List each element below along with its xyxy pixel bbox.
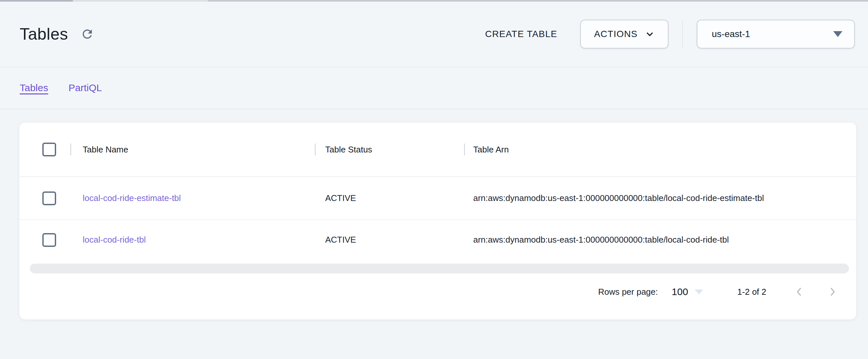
header-checkbox-cell [19, 142, 70, 156]
row-checkbox[interactable] [42, 233, 56, 247]
next-page-button[interactable] [825, 285, 840, 299]
column-header-table-name[interactable]: Table Name [70, 144, 315, 155]
pagination-range-label: 1-2 of 2 [737, 287, 766, 297]
chevron-right-icon [826, 286, 839, 298]
horizontal-scrollbar-area [19, 260, 856, 273]
chrome-strip-segment [73, 0, 208, 2]
table-arn-value: arn:aws:dynamodb:us-east-1:000000000000:… [473, 235, 729, 244]
create-table-button[interactable]: CREATE TABLE [476, 23, 566, 45]
select-all-checkbox[interactable] [42, 142, 56, 156]
main-content: Table Name Table Status Table Arn local-… [0, 109, 868, 320]
chevron-down-icon [645, 29, 655, 39]
rows-per-page-select[interactable]: 100 [672, 286, 688, 297]
rows-per-page-label: Rows per page: [598, 287, 658, 297]
page-title: Tables [20, 25, 68, 43]
refresh-button[interactable] [80, 27, 94, 41]
actions-button-label: ACTIONS [594, 29, 638, 39]
table-status-value: ACTIVE [325, 193, 356, 203]
tab-bar: Tables PartiQL [0, 67, 868, 109]
region-select[interactable]: us-east-1 [697, 20, 855, 48]
dropdown-arrow-icon [833, 31, 842, 37]
horizontal-scrollbar[interactable] [30, 264, 849, 273]
row-checkbox-cell [19, 233, 70, 247]
actions-button[interactable]: ACTIONS [580, 20, 669, 48]
row-checkbox-cell [19, 192, 70, 205]
table-row: local-cod-ride-tbl ACTIVE arn:aws:dynamo… [19, 220, 856, 260]
tables-card: Table Name Table Status Table Arn local-… [19, 122, 857, 320]
table-status-value: ACTIVE [325, 235, 356, 244]
refresh-icon [81, 27, 94, 41]
column-header-table-status[interactable]: Table Status [315, 144, 464, 155]
chrome-strip-segment [0, 0, 73, 2]
table-row: local-cod-ride-estimate-tbl ACTIVE arn:a… [19, 177, 856, 220]
browser-chrome-strip [0, 0, 868, 2]
app-header: Tables CREATE TABLE ACTIONS us-east-1 [0, 2, 868, 67]
region-select-value: us-east-1 [712, 29, 833, 39]
table-name-link[interactable]: local-cod-ride-estimate-tbl [83, 193, 181, 203]
tab-tables[interactable]: Tables [20, 82, 48, 93]
previous-page-button[interactable] [792, 285, 806, 299]
tab-partiql[interactable]: PartiQL [69, 82, 102, 93]
column-header-table-arn[interactable]: Table Arn [464, 144, 856, 155]
chrome-strip-segment [208, 0, 868, 2]
header-divider [682, 21, 683, 47]
table-arn-value: arn:aws:dynamodb:us-east-1:000000000000:… [473, 193, 764, 203]
table-header-row: Table Name Table Status Table Arn [19, 123, 856, 177]
row-checkbox[interactable] [42, 192, 56, 205]
rows-per-page-arrow-icon[interactable] [695, 290, 703, 294]
table-name-link[interactable]: local-cod-ride-tbl [83, 235, 146, 244]
chevron-left-icon [793, 286, 805, 298]
pagination-bar: Rows per page: 100 1-2 of 2 [19, 285, 856, 299]
